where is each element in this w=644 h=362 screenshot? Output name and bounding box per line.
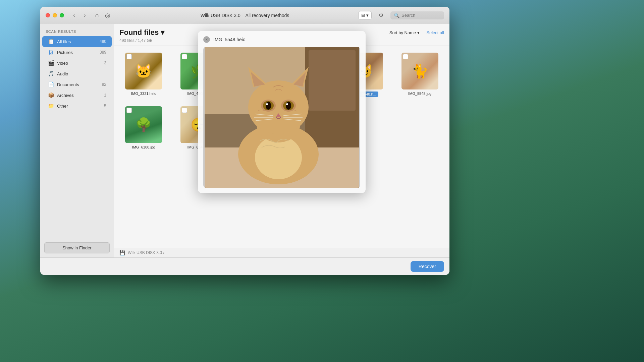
all-files-icon: 📋 (48, 38, 54, 45)
preview-image-container (203, 47, 360, 188)
sidebar-footer: Show in Finder (40, 238, 114, 257)
preview-header: × IMG_5548.heic (203, 36, 360, 43)
preview-image (203, 47, 360, 188)
home-button[interactable]: ⌂ (92, 11, 102, 20)
view-toggle-button[interactable]: ⊞ ▾ (358, 11, 372, 19)
list-item[interactable]: 🐱 IMG_3321.heic (118, 50, 169, 100)
search-input[interactable] (401, 13, 438, 18)
close-icon: × (205, 37, 208, 42)
sidebar-label-all-files: All files (57, 39, 97, 44)
archives-icon: 📦 (48, 92, 54, 99)
sidebar-item-all-files[interactable]: 📋 All files 490 (42, 36, 112, 47)
file-checkbox[interactable] (126, 54, 132, 59)
show-in-finder-button[interactable]: Show in Finder (44, 242, 110, 253)
file-name: IMG_3321.heic (131, 92, 156, 96)
file-name: IMG_5548.jpg (408, 92, 431, 96)
list-item[interactable]: 🌳 IMG_6100.jpg (118, 104, 169, 152)
sidebar-count-other: 5 (104, 104, 106, 108)
documents-icon: 📄 (48, 81, 54, 88)
minimize-button[interactable] (53, 13, 57, 17)
file-checkbox[interactable] (182, 54, 187, 59)
svg-point-17 (266, 102, 271, 110)
titlebar: ‹ › ⌂ ◎ Wilk USB DISK 3.0 – All recovery… (40, 7, 449, 24)
preview-modal: × IMG_5548.heic (198, 31, 366, 193)
file-checkbox[interactable] (403, 54, 408, 59)
search-box: 🔍 (390, 11, 444, 19)
nav-buttons: ‹ › (69, 11, 90, 20)
breadcrumb: 💾 Wilk USB DISK 3.0 › (114, 248, 449, 257)
close-button[interactable] (46, 13, 50, 17)
video-icon: 🎬 (48, 60, 54, 66)
traffic-lights (46, 13, 64, 17)
found-files-title[interactable]: Found files ▾ (119, 28, 164, 37)
forward-button[interactable]: › (80, 11, 90, 20)
sidebar-label-other: Other (57, 104, 101, 109)
sidebar-item-documents[interactable]: 📄 Documents 92 (42, 79, 112, 90)
file-checkbox[interactable] (182, 108, 187, 113)
sliders-icon: ⚙ (379, 12, 383, 18)
main-window: ‹ › ⌂ ◎ Wilk USB DISK 3.0 – All recovery… (40, 7, 449, 275)
sort-label: Sort by Name (389, 30, 416, 35)
file-checkbox[interactable] (126, 108, 132, 113)
audio-icon: 🎵 (48, 70, 54, 77)
chevron-right-icon: › (84, 12, 86, 18)
history-icon: ◎ (105, 12, 110, 19)
file-name: IMG_6100.jpg (132, 145, 155, 149)
home-icon: ⌂ (95, 12, 99, 19)
sidebar-label-pictures: Pictures (57, 50, 97, 55)
file-thumbnail-wrapper: 🌳 (125, 106, 162, 143)
found-files-label: Found files (119, 28, 159, 37)
sidebar-item-other[interactable]: 📁 Other 5 (42, 101, 112, 111)
svg-point-19 (266, 103, 268, 105)
maximize-button[interactable] (60, 13, 64, 17)
list-item[interactable]: 🐈 IMG_5548.jpg (394, 50, 445, 100)
sidebar-label-archives: Archives (57, 93, 101, 98)
back-button[interactable]: ‹ (69, 11, 79, 20)
sidebar-item-audio[interactable]: 🎵 Audio (42, 68, 112, 79)
sidebar-item-video[interactable]: 🎬 Video 3 (42, 58, 112, 68)
file-thumbnail-wrapper: 🐈 (401, 53, 438, 89)
chevron-left-icon: ‹ (73, 12, 75, 18)
sidebar-count-pictures: 389 (100, 50, 106, 55)
breadcrumb-text[interactable]: Wilk USB DISK 3.0 › (128, 250, 164, 255)
search-icon: 🔍 (394, 13, 399, 18)
sort-button[interactable]: Sort by Name ▾ (389, 30, 420, 35)
footer-bar: Recover (40, 257, 449, 275)
other-icon: 📁 (48, 103, 54, 109)
sidebar: Scan results 📋 All files 490 🖼 Pictures … (40, 24, 114, 257)
sidebar-count-documents: 92 (102, 82, 106, 87)
sidebar-count-archives: 1 (104, 93, 106, 98)
svg-point-18 (286, 102, 291, 110)
recover-button[interactable]: Recover (411, 261, 444, 272)
sort-chevron-icon: ▾ (417, 30, 420, 35)
svg-point-20 (286, 103, 288, 105)
found-files-chevron: ▾ (161, 28, 164, 37)
preview-filename: IMG_5548.heic (213, 37, 245, 42)
file-thumbnail-wrapper: 🐱 (125, 53, 162, 89)
sidebar-title: Scan results (40, 29, 114, 36)
preview-close-button[interactable]: × (203, 36, 210, 43)
select-all-button[interactable]: Select all (426, 30, 444, 35)
window-title: Wilk USB DISK 3.0 – All recovery methods (201, 13, 289, 18)
sidebar-count-video: 3 (104, 61, 106, 65)
svg-rect-3 (309, 50, 356, 111)
disk-icon: 💾 (119, 250, 125, 255)
sidebar-item-pictures[interactable]: 🖼 Pictures 389 (42, 47, 112, 58)
sidebar-label-video: Video (57, 61, 101, 66)
filter-button[interactable]: ⚙ (376, 11, 386, 20)
sidebar-label-audio: Audio (57, 71, 104, 76)
pictures-icon: 🖼 (48, 49, 54, 56)
titlebar-right: ⊞ ▾ ⚙ 🔍 (358, 11, 444, 20)
sidebar-label-documents: Documents (57, 82, 99, 87)
grid-icon: ⊞ (361, 13, 365, 18)
sidebar-count-all-files: 490 (100, 39, 106, 44)
history-button[interactable]: ◎ (103, 11, 112, 20)
chevron-down-icon: ▾ (366, 13, 369, 18)
sidebar-item-archives[interactable]: 📦 Archives 1 (42, 90, 112, 101)
svg-point-8 (248, 80, 309, 134)
